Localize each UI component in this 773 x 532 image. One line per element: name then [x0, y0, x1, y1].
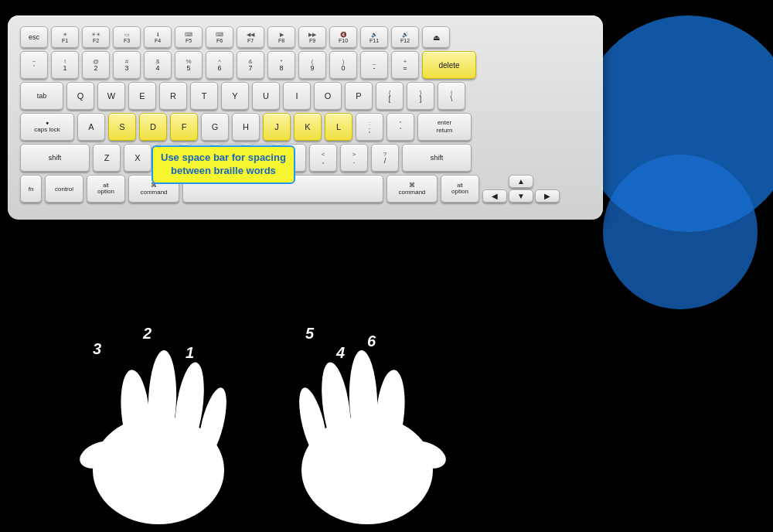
finger-number-2: 2 — [142, 325, 152, 342]
key-f6: ⌨F6 — [206, 26, 233, 48]
key-d: D — [139, 113, 167, 141]
key-semicolon: : ; — [356, 113, 383, 141]
key-comma: < , — [309, 144, 337, 172]
key-delete: delete — [422, 51, 476, 79]
key-a: A — [77, 113, 105, 141]
key-2: @ 2 — [82, 51, 110, 79]
zxcv-key-row: shift Z X C V B N M < , > . ? / shift — [20, 144, 591, 172]
key-f4: ℹF4 — [144, 26, 172, 48]
key-f12: 🔊F12 — [391, 26, 419, 48]
key-o: O — [314, 82, 342, 110]
key-f5: ⌨F5 — [175, 26, 203, 48]
key-enter: enter return — [417, 113, 472, 141]
key-r: R — [159, 82, 187, 110]
key-f: F — [170, 113, 198, 141]
key-f10: 🔇F10 — [329, 26, 357, 48]
asdf-key-row: ● caps lock A S D F G H J K L : ; " ' en… — [20, 113, 591, 141]
qwerty-key-row: tab Q W E R T Y U I O P { [ } ] | \ — [20, 82, 591, 110]
key-f9: ▶▶F9 — [298, 26, 326, 48]
key-q: Q — [66, 82, 94, 110]
right-hand: 4 5 6 — [294, 325, 450, 524]
key-shift-left: shift — [20, 144, 90, 172]
key-backslash: | \ — [438, 82, 465, 110]
key-k: K — [294, 113, 322, 141]
key-arrow-up: ▲ — [509, 175, 533, 188]
key-i: I — [283, 82, 311, 110]
key-f1: ☀F1 — [51, 26, 79, 48]
arrow-keys: ▲ ◀ ▼ ▶ — [482, 175, 560, 203]
key-3: # 3 — [113, 51, 141, 79]
key-f3: ▭F3 — [113, 26, 141, 48]
key-option-left: alt option — [87, 175, 125, 203]
key-h: H — [232, 113, 260, 141]
left-hand: 1 2 3 — [76, 325, 232, 524]
key-y: Y — [221, 82, 249, 110]
key-minus: _ - — [360, 51, 388, 79]
keyboard-image: esc ☀F1 ☀☀F2 ▭F3 ℹF4 ⌨F5 ⌨F6 ◀◀F7 ▶F8 ▶▶… — [8, 15, 603, 278]
blue-circle-2 — [603, 155, 758, 309]
key-f2: ☀☀F2 — [82, 26, 110, 48]
key-fn: fn — [20, 175, 42, 203]
key-arrow-down: ▼ — [509, 189, 533, 203]
key-f11: 🔉F11 — [360, 26, 388, 48]
key-e: E — [128, 82, 156, 110]
key-command-right: ⌘ command — [386, 175, 438, 203]
key-equals: + = — [391, 51, 419, 79]
key-t: T — [190, 82, 218, 110]
hands-image: 1 2 3 4 5 6 — [23, 277, 502, 532]
key-tilde: ~ ` — [20, 51, 48, 79]
key-p: P — [345, 82, 373, 110]
fn-key-row: esc ☀F1 ☀☀F2 ▭F3 ℹF4 ⌨F5 ⌨F6 ◀◀F7 ▶F8 ▶▶… — [20, 26, 591, 48]
key-eject: ⏏ — [422, 26, 450, 48]
finger-number-4: 4 — [335, 344, 345, 361]
finger-number-6: 6 — [367, 332, 376, 350]
key-z: Z — [93, 144, 121, 172]
key-5: % 5 — [175, 51, 203, 79]
key-caps-lock: ● caps lock — [20, 113, 74, 141]
key-arrow-right: ▶ — [535, 189, 560, 203]
key-slash: ? / — [371, 144, 399, 172]
finger-number-3: 3 — [93, 340, 101, 357]
key-4: $ 4 — [144, 51, 172, 79]
key-s: S — [108, 113, 136, 141]
key-shift-right: shift — [402, 144, 472, 172]
key-option-right: alt option — [441, 175, 479, 203]
key-control-left: control — [45, 175, 83, 203]
key-l: L — [325, 113, 352, 141]
key-7: & 7 — [237, 51, 264, 79]
key-f8: ▶F8 — [267, 26, 295, 48]
key-w: W — [97, 82, 125, 110]
key-8: * 8 — [267, 51, 295, 79]
key-arrow-left: ◀ — [482, 189, 507, 203]
key-tab: tab — [20, 82, 63, 110]
key-lbracket: { [ — [376, 82, 404, 110]
space-bar-tooltip: Use space bar for spacingbetween braille… — [152, 145, 295, 184]
key-quote: " ' — [386, 113, 414, 141]
key-6: ^ 6 — [206, 51, 233, 79]
finger-number-1: 1 — [186, 344, 194, 361]
key-period: > . — [340, 144, 368, 172]
bottom-key-row: fn control alt option ⌘ command Use spac… — [20, 175, 591, 203]
key-u: U — [252, 82, 280, 110]
key-0: ) 0 — [329, 51, 357, 79]
key-f7: ◀◀F7 — [237, 26, 264, 48]
key-9: ( 9 — [298, 51, 326, 79]
key-1: ! 1 — [51, 51, 79, 79]
number-key-row: ~ ` ! 1 @ 2 # 3 $ 4 % 5 — [20, 51, 591, 79]
key-j: J — [263, 113, 291, 141]
key-esc: esc — [20, 26, 48, 48]
finger-number-5: 5 — [305, 325, 315, 342]
hands-svg: 1 2 3 4 5 6 — [23, 292, 502, 532]
key-rbracket: } ] — [407, 82, 434, 110]
key-g: G — [201, 113, 229, 141]
key-x: X — [124, 144, 152, 172]
